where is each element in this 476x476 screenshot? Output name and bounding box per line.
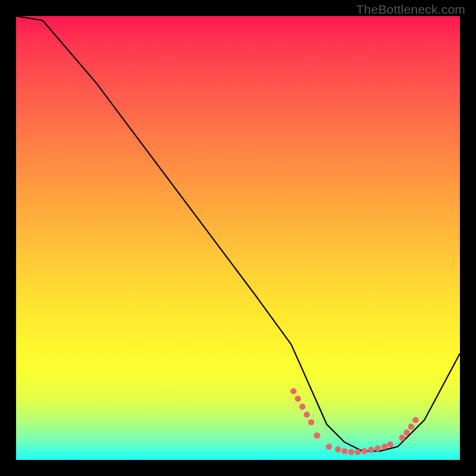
data-point [290,388,296,394]
data-point [361,448,367,454]
data-point [355,449,361,455]
chart-svg [16,16,460,460]
data-point [403,430,409,436]
data-point [381,443,387,449]
data-point [342,448,347,454]
data-point [387,441,393,447]
data-point [299,403,305,409]
data-point [348,449,354,455]
data-point [408,424,414,430]
watermark-text: TheBottleneck.com [356,2,465,17]
plot-area [16,16,460,460]
data-point [326,443,332,449]
data-point [399,435,405,441]
data-point [314,433,320,439]
curve-line [16,16,460,451]
chart-container: TheBottleneck.com [0,0,476,476]
data-point [295,396,301,402]
data-point [303,412,309,418]
data-point [335,446,341,452]
data-point [412,417,418,423]
data-point [375,445,381,451]
data-point [368,447,374,453]
data-point [308,419,314,425]
